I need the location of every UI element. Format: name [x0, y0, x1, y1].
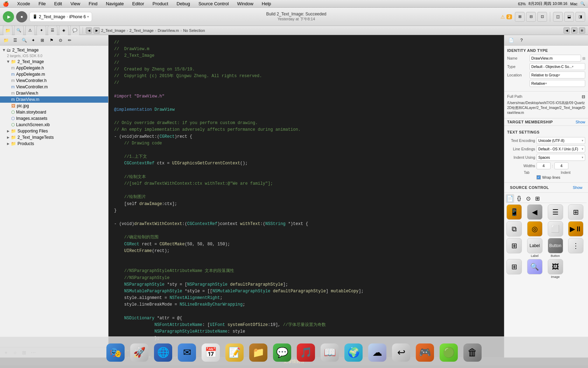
- tree-item-viewcontrollerh[interactable]: m ViewController.h: [0, 77, 108, 84]
- dock-item-browser[interactable]: 🌐: [153, 342, 174, 363]
- ui-comp-toolbar[interactable]: ▶⏸: [567, 221, 584, 237]
- dock-item-launchpad[interactable]: 🚀: [129, 342, 150, 363]
- tree-item-picjpg[interactable]: 🖼 pic.jpg: [0, 103, 108, 109]
- menu-view[interactable]: View: [69, 1, 82, 6]
- nav-forward-btn[interactable]: ▶: [93, 27, 100, 34]
- ui-comp-button[interactable]: Button Button: [547, 238, 564, 258]
- ui-comp-label[interactable]: Label Label: [526, 238, 543, 258]
- breadcrumb-file[interactable]: DrawView.m: [158, 28, 179, 33]
- stop-button[interactable]: [16, 11, 27, 22]
- tree-item-storyboard[interactable]: ⬡ Main.storyboard: [0, 109, 108, 115]
- menu-edit[interactable]: Edit: [53, 1, 63, 6]
- ui-comp-tabbar[interactable]: ◎: [526, 221, 543, 237]
- dock-item-messages[interactable]: 💬: [272, 342, 293, 363]
- run-button[interactable]: [3, 11, 14, 22]
- ui-comp-navcontroller[interactable]: ◀: [526, 204, 543, 220]
- line-endings-select[interactable]: Default - OS X / Unix (LF) ▾: [537, 145, 585, 152]
- menubar-search-icon[interactable]: 🔍: [580, 1, 585, 6]
- ui-lib-tab-brace[interactable]: {}: [515, 194, 523, 203]
- breadcrumb-selection[interactable]: No Selection: [183, 28, 205, 33]
- name-field[interactable]: DrawView.m: [530, 55, 581, 62]
- menu-xcode[interactable]: Xcode: [16, 1, 31, 6]
- tree-item-xib[interactable]: ⬡ LaunchScreen.xib: [0, 122, 108, 128]
- ui-comp-tableview[interactable]: ☰: [547, 204, 564, 220]
- nav-back-btn[interactable]: ◀: [86, 27, 92, 34]
- breadcrumb-project[interactable]: 2_Text_Image: [101, 28, 125, 33]
- target-membership-show[interactable]: Show: [575, 120, 585, 124]
- menu-file[interactable]: File: [37, 1, 47, 6]
- tree-item-drawviewh[interactable]: m DrawView.h: [0, 90, 108, 96]
- dock-item-safari[interactable]: 🌍: [343, 342, 364, 363]
- nav-debug-btn[interactable]: ☰: [48, 26, 57, 35]
- menu-editor[interactable]: Editor: [131, 1, 146, 6]
- source-control-show[interactable]: Show: [573, 185, 582, 190]
- ui-comp-segmented[interactable]: ⋮: [567, 238, 584, 258]
- sidebar-folder-icon[interactable]: 📁: [2, 36, 10, 44]
- location-relative-field[interactable]: Relative ▾: [530, 80, 585, 87]
- right-panel-help-icon[interactable]: ?: [518, 36, 525, 44]
- tree-item-supporting[interactable]: ▶ 📁 Supporting Files: [0, 128, 108, 134]
- editor-layout-btn-2[interactable]: ⊟: [526, 12, 536, 22]
- ui-lib-tab-grid[interactable]: ⊞: [533, 194, 541, 203]
- tree-item-products[interactable]: ▶ 📁 Products: [0, 141, 108, 147]
- code-editor[interactable]: // // DrawView.m // 2_Text_Image // // C…: [108, 35, 504, 357]
- nav-next-btn[interactable]: ▶: [571, 27, 578, 34]
- tree-item-xcassets[interactable]: ⬡ Images.xcassets: [0, 115, 108, 122]
- editor-layout-btn-1[interactable]: ⊞: [515, 12, 525, 22]
- target-selector[interactable]: 📱 2_Text_Image › iPhone 6 ▾: [29, 12, 92, 22]
- tree-item-viewcontrollerm[interactable]: m ViewController.m: [0, 84, 108, 90]
- menu-help[interactable]: Help: [260, 1, 273, 6]
- type-field[interactable]: Default - Objective-C So... ▾: [530, 63, 585, 70]
- dock-item-finder[interactable]: 🎭: [105, 342, 126, 363]
- nav-prev-btn[interactable]: ◀: [564, 27, 570, 34]
- sidebar-search-icon[interactable]: 🔍: [20, 36, 28, 44]
- ui-comp-splitview[interactable]: ⧉: [506, 221, 523, 237]
- menu-product[interactable]: Product: [151, 1, 170, 6]
- dock-item-stickies[interactable]: 📝: [224, 342, 245, 363]
- dock-item-files[interactable]: 📁: [248, 342, 269, 363]
- fullpath-file-icon[interactable]: ⊟: [582, 94, 585, 99]
- dock-item-calendar[interactable]: 📅: [200, 342, 221, 363]
- indent-width-input[interactable]: 4: [554, 162, 568, 169]
- code-content[interactable]: // // DrawView.m // 2_Text_Image // // C…: [108, 35, 504, 357]
- dock-item-music[interactable]: 🎵: [295, 342, 316, 363]
- editor-layout-btn-3[interactable]: ⊡: [537, 12, 547, 22]
- menu-navigate[interactable]: Navigate: [104, 1, 125, 6]
- ui-lib-tab-circle[interactable]: ⊙: [524, 194, 532, 203]
- sidebar-add-icon[interactable]: ✦: [29, 36, 37, 44]
- ui-comp-stepper[interactable]: ⊞: [506, 259, 523, 279]
- ui-lib-tab-file[interactable]: 📄: [506, 194, 514, 203]
- warning-count[interactable]: 2: [506, 14, 512, 19]
- ui-comp-viewcontroller[interactable]: 📱: [506, 204, 523, 220]
- ui-comp-pagecontrol[interactable]: 🔍: [526, 259, 543, 279]
- tree-item-group-main[interactable]: ▶ 📁 2_Text_Image: [0, 59, 108, 65]
- panel-toggle-left[interactable]: ◫: [553, 12, 563, 22]
- menu-window[interactable]: Window: [236, 1, 255, 6]
- dock-item-cloud[interactable]: ☁: [367, 342, 388, 363]
- wrap-checkbox[interactable]: [537, 175, 541, 179]
- menu-find[interactable]: Find: [87, 1, 99, 6]
- dock-item-app1[interactable]: 🟢: [438, 342, 459, 363]
- nav-warning-btn[interactable]: ⚠: [25, 26, 35, 35]
- ui-comp-scrollview[interactable]: ⊞: [506, 238, 523, 258]
- breadcrumb-group[interactable]: 2_Text_Image: [130, 28, 154, 33]
- nav-search-btn[interactable]: 🔍: [14, 26, 24, 35]
- nav-jump-btn[interactable]: ⊕: [579, 27, 585, 34]
- tree-item-tests[interactable]: ▶ 📁 2_Text_ImageTests: [0, 134, 108, 141]
- sidebar-history-icon[interactable]: ⊙: [57, 36, 64, 44]
- nav-folder-btn[interactable]: 📁: [3, 26, 13, 35]
- nav-breakpoint-btn[interactable]: ◈: [59, 26, 69, 35]
- indent-using-select[interactable]: Spaces ▾: [537, 154, 585, 161]
- panel-toggle-bottom[interactable]: ⬓: [564, 12, 574, 22]
- nav-log-btn[interactable]: 💬: [70, 26, 80, 35]
- panel-toggle-right[interactable]: ◨: [575, 12, 585, 22]
- sidebar-edit-icon[interactable]: ✏: [66, 36, 74, 44]
- location-field[interactable]: Relative to Group ▾: [530, 71, 585, 79]
- tree-item-appdelegateh[interactable]: m AppDelegate.h: [0, 65, 108, 71]
- dock-item-game[interactable]: 🎮: [414, 342, 435, 363]
- tab-width-input[interactable]: 4: [537, 162, 551, 169]
- ui-comp-collectionview[interactable]: ⊞: [567, 204, 584, 220]
- nav-test-btn[interactable]: ✦: [36, 26, 46, 35]
- right-panel-file-icon[interactable]: 📄: [507, 36, 515, 44]
- dock-item-mail[interactable]: ✉: [176, 342, 197, 363]
